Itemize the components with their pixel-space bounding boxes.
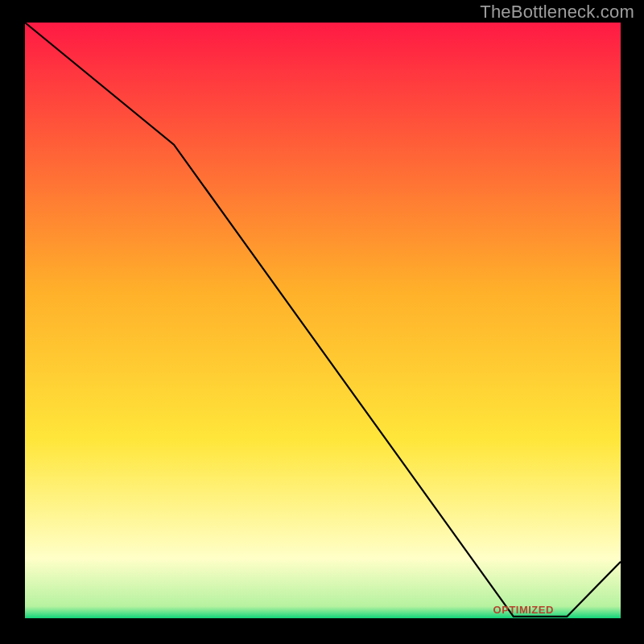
optimal-label: OPTIMIZED: [493, 604, 554, 616]
chart-stage: TheBottleneck.com OPTIMIZED: [0, 0, 644, 644]
bottleneck-chart: [0, 0, 644, 644]
plot-gradient-rect: [25, 23, 621, 618]
